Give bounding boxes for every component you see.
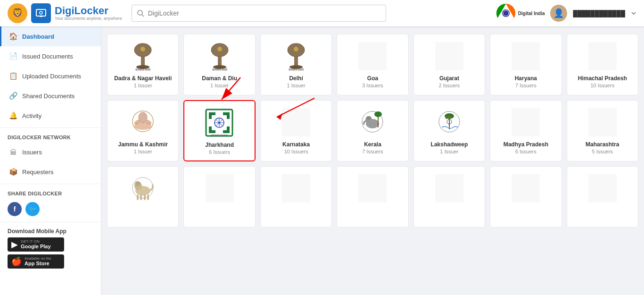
sidebar-item-uploaded[interactable]: 📋 Uploaded Documents: [0, 66, 101, 86]
sidebar-item-requesters[interactable]: 📦 Requesters: [0, 162, 101, 182]
emblem-gujarat: [433, 40, 465, 72]
card-issuers-haryana: 7 Issuers: [515, 83, 537, 88]
sidebar-item-issued[interactable]: 📄 Issued Documents: [0, 46, 101, 66]
card-issuers-himachal: 10 Issuers: [590, 83, 614, 88]
svg-rect-61: [588, 108, 617, 136]
card-dadra[interactable]: सत्यमेव जयते Dadra & Nagar Haveli 1 Issu…: [107, 34, 179, 95]
card-karnataka[interactable]: Karnataka 10 Issuers: [260, 100, 332, 161]
sidebar-item-shared[interactable]: 🔗 Shared Documents: [0, 86, 101, 106]
card-row3-7[interactable]: [567, 166, 638, 228]
card-issuers-gujarat: 2 Issuers: [439, 83, 460, 88]
search-bar[interactable]: [132, 5, 386, 22]
emblem-delhi: सत्यमेव जयते: [280, 40, 312, 72]
app-store-badge[interactable]: 🍎 Available on the App Store: [8, 254, 64, 269]
svg-rect-13: [141, 57, 145, 66]
card-jammu[interactable]: Jammu & Kashmir 1 Issuer: [107, 100, 179, 161]
card-issuers-daman: 1 Issuer: [210, 83, 229, 88]
google-play-badge[interactable]: ▶ GET IT ON Google Play: [8, 237, 64, 252]
emblem-maharashtra: [586, 106, 619, 138]
card-kerala[interactable]: Kerala 7 Issuers: [337, 100, 408, 161]
card-row3-2[interactable]: [183, 166, 255, 228]
emblem-row3-3: [280, 172, 312, 204]
svg-rect-2: [33, 6, 49, 21]
emblem-daman: सत्यमेव जयते: [204, 40, 236, 72]
card-issuers-goa: 3 Issuers: [362, 83, 383, 88]
card-name-haryana: Haryana: [515, 75, 537, 82]
card-name-gujarat: Gujarat: [439, 75, 459, 82]
card-jharkhand[interactable]: झारखण्ड सरकार Jharkhand 6 Issuers: [183, 100, 255, 161]
avatar: 👤: [550, 5, 567, 22]
svg-point-57: [446, 117, 447, 119]
emblem-karnataka: [280, 106, 312, 138]
sidebar: 🏠 Dashboard 📄 Issued Documents 📋 Uploade…: [0, 26, 101, 295]
header: 🦁 DigiLocker Your documents anytime, any…: [0, 0, 644, 26]
emblem-row3-7: [586, 172, 619, 204]
google-play-sub: GET IT ON: [21, 240, 51, 244]
card-mp[interactable]: Madhya Pradesh 6 Issuers: [490, 100, 561, 161]
issued-docs-icon: 📄: [9, 52, 17, 60]
svg-rect-23: [294, 57, 298, 66]
sidebar-item-dashboard[interactable]: 🏠 Dashboard: [0, 26, 101, 46]
card-manipur[interactable]: [107, 166, 179, 228]
emblem-row3-2: [204, 172, 236, 204]
emblem-jammu: [127, 106, 159, 138]
card-issuers-jharkhand: 6 Issuers: [209, 149, 230, 155]
svg-point-20: [217, 47, 222, 51]
emblem-dadra: सत्यमेव जयते: [127, 40, 159, 72]
card-maharashtra[interactable]: Maharashtra 5 Issuers: [567, 100, 638, 161]
facebook-button[interactable]: f: [8, 202, 22, 216]
card-goa[interactable]: Goa 3 Issuers: [337, 34, 408, 95]
google-play-name: Google Play: [21, 244, 51, 249]
sidebar-label-dashboard: Dashboard: [22, 33, 54, 40]
emblem-mp: [510, 106, 542, 138]
svg-rect-29: [512, 42, 540, 70]
svg-rect-75: [588, 174, 617, 202]
card-name-delhi: Delhi: [289, 75, 303, 82]
card-haryana[interactable]: Haryana 7 Issuers: [490, 34, 561, 95]
search-icon: [137, 9, 144, 17]
share-section-label: Share Digilocker: [0, 186, 101, 198]
emblem-lakshadweep: [433, 106, 465, 138]
card-gujarat[interactable]: Gujarat 2 Issuers: [413, 34, 485, 95]
logo-title: DigiLocker: [55, 5, 122, 17]
sidebar-label-issuers: Issuers: [22, 149, 42, 156]
svg-rect-28: [435, 42, 463, 70]
twitter-button[interactable]: 🐦: [25, 202, 40, 216]
sidebar-item-activity[interactable]: 🔔 Activity: [0, 106, 101, 126]
card-name-jharkhand: Jharkhand: [205, 142, 234, 148]
card-himachal[interactable]: Himachal Pradesh 10 Issuers: [567, 34, 638, 95]
digital-india-logo: [495, 3, 516, 24]
svg-point-5: [138, 10, 142, 15]
card-name-maharashtra: Maharashtra: [586, 141, 619, 148]
card-issuers-kerala: 7 Issuers: [362, 149, 383, 154]
username: ████████████: [573, 10, 625, 17]
svg-rect-71: [282, 174, 310, 202]
svg-point-25: [294, 47, 298, 51]
emblem-haryana: [510, 40, 542, 72]
emblem-kerala: [356, 106, 388, 138]
card-row3-4[interactable]: [337, 166, 408, 228]
svg-rect-18: [218, 57, 222, 66]
card-delhi[interactable]: सत्यमेव जयते Delhi 1 Issuer: [260, 34, 332, 95]
network-section-label: DigiLocker Network: [0, 130, 101, 142]
shared-docs-icon: 🔗: [9, 92, 17, 100]
emblem-manipur: [127, 172, 159, 204]
svg-rect-60: [512, 108, 540, 136]
card-issuers-karnataka: 10 Issuers: [284, 149, 308, 154]
card-row3-3[interactable]: [260, 166, 332, 228]
google-play-text: GET IT ON Google Play: [21, 240, 51, 250]
card-daman[interactable]: सत्यमेव जयते Daman & Diu 1 Issuer: [183, 34, 255, 95]
svg-rect-27: [358, 42, 387, 70]
search-input[interactable]: [148, 9, 381, 17]
svg-point-58: [447, 116, 449, 118]
card-row3-5[interactable]: [413, 166, 485, 228]
sidebar-item-issuers[interactable]: 🏛 Issuers: [0, 142, 101, 162]
card-row3-6[interactable]: [490, 166, 561, 228]
card-name-dadra: Dadra & Nagar Haveli: [114, 75, 172, 82]
card-issuers-delhi: 1 Issuer: [287, 83, 305, 88]
activity-icon: 🔔: [9, 111, 17, 120]
header-right: Digital India 👤 ████████████: [495, 3, 636, 24]
card-lakshadweep[interactable]: Lakshadweep 1 Issuer: [413, 100, 485, 161]
divider-2: [0, 184, 101, 184]
card-issuers-mp: 6 Issuers: [515, 149, 537, 154]
